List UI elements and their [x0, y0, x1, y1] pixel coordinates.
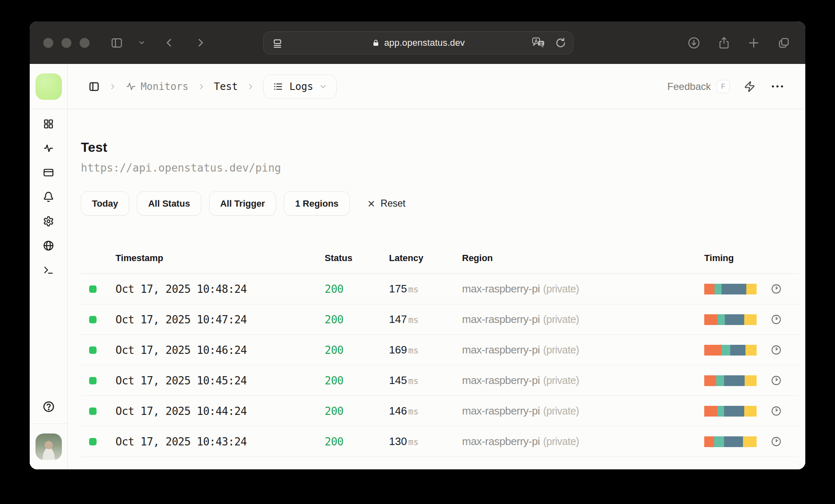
svg-text:A: A [535, 38, 538, 43]
timing-segment [704, 406, 717, 417]
clock-icon[interactable] [765, 283, 799, 294]
workspace-logo[interactable] [35, 73, 62, 100]
breadcrumb-item-monitor-name[interactable]: Test [214, 81, 238, 92]
sidebar-item-notifications[interactable] [43, 191, 54, 203]
page-settings-icon[interactable] [272, 38, 283, 49]
chevron-down-icon [319, 82, 327, 91]
breadcrumb-separator-icon [109, 83, 116, 90]
forward-button-icon[interactable] [195, 37, 206, 48]
status-dot [89, 438, 97, 445]
user-avatar[interactable] [35, 433, 62, 460]
breadcrumb-item-monitors[interactable]: Monitors [125, 81, 189, 92]
feedback-button[interactable]: Feedback F [668, 80, 730, 93]
log-row[interactable]: Oct 17, 2025 10:48:24 200 175ms max-rasp… [81, 274, 799, 304]
timing-segment [722, 284, 746, 294]
log-status-code: 200 [325, 374, 389, 387]
sidebar-item-dashboard[interactable] [43, 118, 54, 130]
status-dot [89, 285, 97, 293]
log-row[interactable]: Oct 17, 2025 10:44:24 200 146ms max-rasp… [81, 396, 799, 426]
back-button-icon[interactable] [164, 37, 175, 48]
log-timestamp: Oct 17, 2025 10:47:24 [116, 313, 325, 326]
browser-sidebar-toggle-icon[interactable] [111, 37, 123, 49]
browser-window: app.openstatus.dev A文 [30, 21, 805, 469]
log-latency: 147ms [389, 313, 462, 326]
window-controls [43, 21, 90, 64]
sidebar-item-status-pages[interactable] [43, 167, 54, 178]
log-region: max-raspberry-pi(private) [462, 374, 704, 387]
timing-segment [744, 406, 757, 417]
timing-segment [743, 436, 757, 447]
timing-segment [704, 314, 717, 325]
quick-actions-icon[interactable] [744, 81, 755, 92]
sidebar-chevron-down-icon[interactable] [138, 39, 146, 47]
app-sidebar-toggle-icon[interactable] [88, 81, 100, 92]
column-header-timing: Timing [704, 253, 765, 264]
view-selector-logs[interactable]: Logs [263, 75, 337, 99]
filter-status-button[interactable]: All Status [137, 191, 201, 216]
log-timestamp: Oct 17, 2025 10:48:24 [116, 283, 325, 295]
log-region: max-raspberry-pi(private) [462, 435, 704, 448]
new-tab-icon[interactable] [748, 37, 760, 49]
clock-icon[interactable] [765, 344, 799, 356]
minimize-window-button[interactable] [61, 38, 71, 48]
timing-segment [704, 345, 722, 356]
page-title: Test [81, 140, 799, 155]
translate-icon[interactable]: A文 [532, 37, 546, 49]
sidebar-item-regions[interactable] [43, 240, 54, 251]
list-icon [273, 81, 283, 92]
timing-bar [704, 284, 757, 294]
filter-bar: Today All Status All Trigger 1 Regions R… [81, 191, 799, 216]
address-bar[interactable]: app.openstatus.dev A文 [263, 31, 573, 54]
tab-overview-icon[interactable] [777, 36, 790, 49]
timing-bar [704, 314, 757, 325]
clock-icon[interactable] [765, 314, 799, 325]
clock-icon[interactable] [765, 405, 799, 417]
address-text[interactable]: app.openstatus.dev [384, 38, 465, 48]
timing-segment [745, 345, 757, 356]
close-window-button[interactable] [43, 38, 53, 48]
log-region: max-raspberry-pi(private) [462, 344, 704, 356]
breadcrumb-separator-icon [247, 83, 254, 90]
sidebar-item-cli[interactable] [43, 264, 54, 276]
clock-icon[interactable] [765, 436, 799, 447]
reset-filters-button[interactable]: Reset [367, 198, 406, 209]
breadcrumb-separator-icon [198, 83, 205, 90]
reload-icon[interactable] [555, 37, 566, 49]
timing-segment [745, 375, 757, 386]
timing-segment [716, 375, 724, 386]
log-row[interactable]: Oct 17, 2025 10:45:24 200 145ms max-rasp… [81, 365, 799, 396]
timing-segment [746, 284, 757, 294]
more-options-icon[interactable] [769, 83, 785, 90]
status-dot [89, 407, 97, 415]
log-region: max-raspberry-pi(private) [462, 313, 704, 326]
column-header-latency: Latency [389, 253, 462, 264]
help-icon[interactable] [42, 400, 55, 413]
filter-date-button[interactable]: Today [81, 191, 129, 216]
log-row[interactable]: Oct 17, 2025 10:47:24 200 147ms max-rasp… [81, 304, 799, 335]
sidebar-item-settings[interactable] [43, 216, 54, 227]
log-row[interactable]: Oct 17, 2025 10:46:24 200 169ms max-rasp… [81, 335, 799, 365]
sidebar-item-monitors[interactable] [43, 143, 54, 154]
downloads-icon[interactable] [687, 36, 701, 49]
breadcrumb: Monitors Test Logs [88, 75, 337, 99]
timing-segment [717, 406, 724, 417]
timing-segment [704, 284, 715, 294]
log-row[interactable]: Oct 17, 2025 10:43:24 200 130ms max-rasp… [81, 426, 799, 457]
timing-segment [722, 345, 731, 356]
timing-segment [717, 314, 725, 325]
filter-trigger-button[interactable]: All Trigger [209, 191, 276, 216]
filter-regions-button[interactable]: 1 Regions [284, 191, 349, 216]
zoom-window-button[interactable] [80, 38, 90, 48]
log-timestamp: Oct 17, 2025 10:46:24 [116, 344, 325, 356]
svg-text:文: 文 [539, 41, 543, 46]
timing-segment [715, 284, 722, 294]
log-status-code: 200 [325, 405, 389, 417]
logs-table-header: Timestamp Status Latency Region Timing [81, 243, 799, 274]
share-icon[interactable] [718, 36, 730, 49]
log-timestamp: Oct 17, 2025 10:44:24 [116, 405, 325, 417]
log-region: max-raspberry-pi(private) [462, 405, 704, 417]
clock-icon[interactable] [765, 375, 799, 386]
timing-segment [714, 436, 724, 447]
log-table-body: Oct 17, 2025 10:48:24 200 175ms max-rasp… [81, 274, 799, 457]
lock-icon [372, 39, 380, 47]
